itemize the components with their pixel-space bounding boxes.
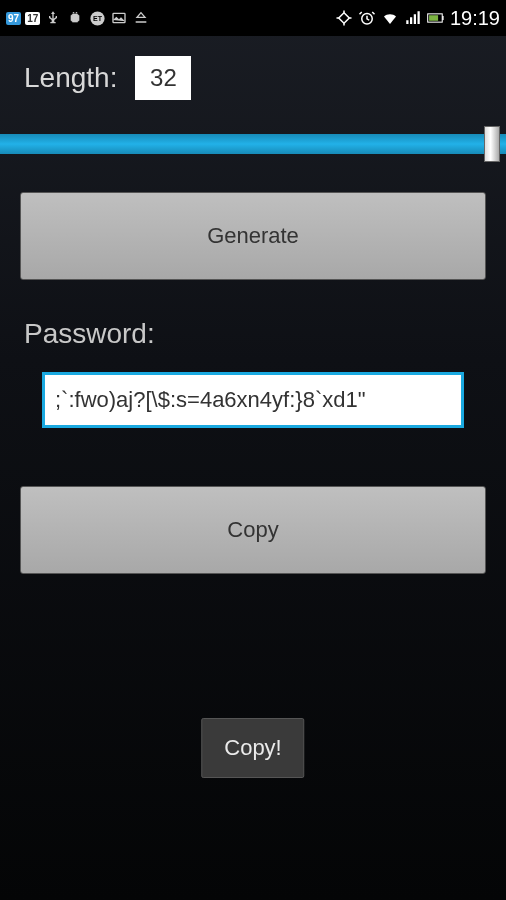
slider-thumb[interactable] xyxy=(484,126,500,162)
rotate-icon xyxy=(335,9,353,27)
notification-badge: 97 xyxy=(6,12,21,25)
app-content: Length: Generate Password: Copy Copy! xyxy=(0,36,506,574)
battery-icon xyxy=(427,9,445,27)
svg-rect-7 xyxy=(406,20,408,24)
svg-point-0 xyxy=(73,12,74,13)
wifi-icon xyxy=(381,9,399,27)
svg-point-1 xyxy=(76,12,77,13)
password-label: Password: xyxy=(0,280,506,372)
svg-rect-13 xyxy=(429,15,438,21)
svg-rect-4 xyxy=(113,13,125,22)
status-bar: 97 17 ET 19:19 xyxy=(0,0,506,36)
image-icon xyxy=(110,9,128,27)
android-icon xyxy=(66,9,84,27)
svg-rect-12 xyxy=(442,16,443,20)
alarm-icon xyxy=(358,9,376,27)
svg-text:ET: ET xyxy=(93,15,103,23)
signal-icon xyxy=(404,9,422,27)
usb-icon xyxy=(44,9,62,27)
download-icon xyxy=(132,9,150,27)
status-time: 19:19 xyxy=(450,7,500,30)
svg-rect-8 xyxy=(410,17,412,24)
length-slider[interactable] xyxy=(0,126,506,162)
length-row: Length: xyxy=(0,36,506,118)
status-right-icons: 19:19 xyxy=(335,7,500,30)
copy-button[interactable]: Copy xyxy=(20,486,486,574)
length-label: Length: xyxy=(24,62,117,94)
status-left-icons: 97 17 ET xyxy=(6,9,150,27)
copy-toast: Copy! xyxy=(201,718,304,778)
password-output[interactable] xyxy=(42,372,464,428)
generate-button[interactable]: Generate xyxy=(20,192,486,280)
calendar-badge: 17 xyxy=(25,12,40,25)
slider-track xyxy=(0,134,506,154)
length-input[interactable] xyxy=(135,56,191,100)
svg-rect-9 xyxy=(414,14,416,24)
svg-rect-5 xyxy=(339,13,350,24)
svg-rect-10 xyxy=(417,11,419,24)
et-icon: ET xyxy=(88,9,106,27)
